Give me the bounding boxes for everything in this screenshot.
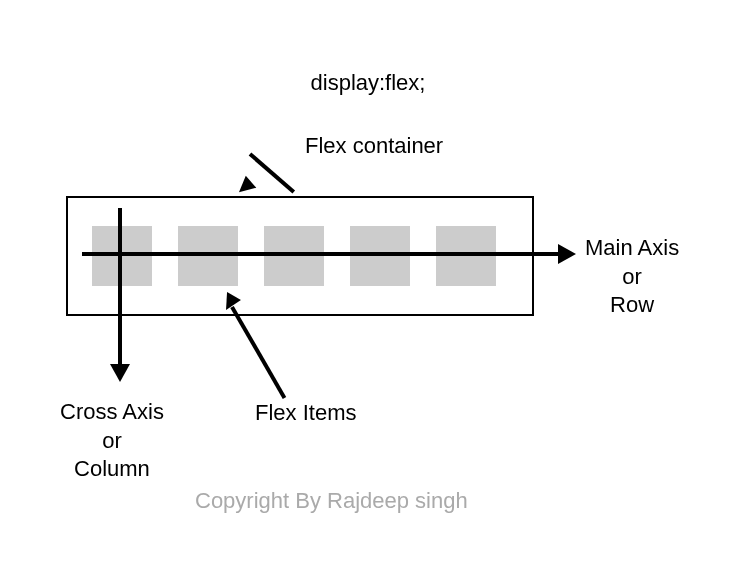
flex-item [264,226,324,286]
flex-container-arrowhead-icon [234,176,257,199]
flex-item [92,226,152,286]
flex-items-arrow-line [230,306,286,399]
main-axis-arrow-line [82,252,564,256]
flex-item [178,226,238,286]
copyright-text: Copyright By Rajdeep singh [195,488,468,514]
cross-axis-arrowhead-icon [110,364,130,382]
flex-item [350,226,410,286]
flex-item [436,226,496,286]
main-axis-label: Main AxisorRow [585,234,679,320]
flex-items-label: Flex Items [255,400,356,426]
cross-axis-arrow-line [118,208,122,368]
diagram-title: display:flex; [311,70,426,96]
flex-container-label: Flex container [305,133,443,159]
main-axis-arrowhead-icon [558,244,576,264]
cross-axis-label: Cross AxisorColumn [60,398,164,484]
